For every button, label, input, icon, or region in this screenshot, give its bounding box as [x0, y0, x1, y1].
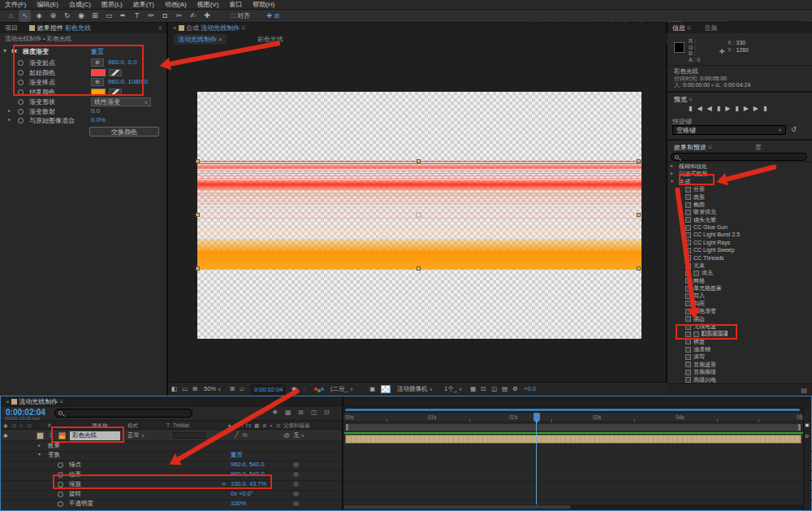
fx-item[interactable]: CC Light Burst 2.5	[667, 231, 812, 238]
selection-handle[interactable]	[417, 266, 421, 271]
menu-edit[interactable]: 编辑(E)	[37, 1, 58, 8]
menu-help[interactable]: 帮助(H)	[253, 1, 274, 8]
fx-item[interactable]: 音频频谱	[667, 368, 812, 375]
draft-3d-icon[interactable]: ❖	[272, 409, 278, 416]
playhead-line[interactable]	[536, 420, 537, 509]
panel-menu-icon[interactable]: ≡	[241, 24, 245, 32]
comp-marker-icon[interactable]: ▣	[805, 422, 810, 427]
stopwatch-icon[interactable]	[58, 492, 63, 497]
anchor-point-indicator[interactable]	[416, 212, 421, 218]
transform-reset-button[interactable]: 重置	[231, 451, 243, 459]
last-frame-button[interactable]: ▶▮	[754, 105, 772, 112]
transparency-grid-toggle[interactable]	[381, 385, 391, 393]
timeline-hscrollbar[interactable]	[343, 505, 803, 509]
fx-item[interactable]: 圆形	[667, 193, 812, 201]
graph-editor-icon[interactable]: ⊡	[324, 409, 330, 416]
channel-blue-icon[interactable]	[321, 388, 324, 391]
layer-duration-bar[interactable]	[345, 435, 801, 444]
panel-menu-icon[interactable]: ≡	[59, 398, 63, 405]
audio-icon[interactable]: ◁	[11, 421, 15, 430]
property-pickwhip-icon[interactable]: ◎	[293, 480, 299, 487]
selection-handle[interactable]	[196, 213, 200, 217]
tab-effect-controls[interactable]: 效果控件	[37, 24, 63, 32]
camera-tool-icon[interactable]: ◉	[75, 10, 87, 22]
timeline-button-icon[interactable]: ◫	[491, 383, 497, 396]
workspace-extra-icons[interactable]: ✚ ⊞	[267, 12, 280, 19]
comp-current-time[interactable]: 0:00:02:04	[251, 384, 286, 395]
fx-item[interactable]: 镜头光晕	[667, 216, 812, 223]
close-icon[interactable]: ×	[218, 36, 222, 43]
fx-item[interactable]: 椭圆	[667, 201, 812, 208]
work-area-end-handle[interactable]	[798, 424, 801, 431]
pen-tool-icon[interactable]: ✒	[117, 10, 129, 22]
t-header[interactable]: T	[166, 421, 170, 430]
fx-item[interactable]: CC Light Rays	[667, 239, 812, 246]
next-frame-button[interactable]: ▮▶	[735, 105, 754, 112]
fx-item[interactable]: 涂写	[667, 353, 812, 360]
menu-layer[interactable]: 图层(L)	[102, 1, 123, 8]
work-area-bar[interactable]	[345, 423, 801, 431]
prev-frame-button[interactable]: ◀▮	[707, 105, 726, 112]
close-icon[interactable]: ×	[6, 398, 10, 405]
tab-effects-presets[interactable]: 效果和预设 ≡	[674, 143, 712, 152]
always-preview-icon[interactable]: ◧	[171, 383, 177, 396]
property-pickwhip-icon[interactable]: ◎	[293, 461, 299, 468]
magnification-dropdown[interactable]: 50% ∨	[204, 383, 222, 396]
property-pickwhip-icon[interactable]: ◎	[293, 470, 299, 478]
property-pickwhip-icon[interactable]: ◎	[293, 490, 299, 497]
reset-icon[interactable]: ↺	[791, 126, 797, 133]
channel-grid-icon[interactable]: ⊞	[192, 383, 197, 396]
shape-tool-icon[interactable]: ▭	[103, 10, 115, 22]
trkmat-header[interactable]: TrkMat	[173, 421, 189, 430]
rotate-tool-icon[interactable]: ↻	[61, 10, 73, 22]
tab-project[interactable]: 项目	[5, 24, 18, 32]
stopwatch-icon[interactable]	[18, 109, 24, 115]
rotation-value[interactable]: 0x +0.0°	[231, 490, 253, 497]
menu-file[interactable]: 文件(F)	[5, 1, 26, 8]
fx-item[interactable]: 勾画	[667, 300, 812, 307]
work-area-start-handle[interactable]	[346, 424, 348, 431]
fx-icon[interactable]: fx	[243, 430, 248, 440]
fx-item[interactable]: 油漆桶	[667, 345, 812, 353]
stopwatch-icon[interactable]	[18, 99, 24, 105]
timeline-navigator[interactable]	[343, 407, 803, 413]
type-tool-icon[interactable]: T	[131, 10, 143, 22]
tab-audio[interactable]: 音频	[704, 24, 717, 32]
swap-colors-button[interactable]: 交换颜色	[89, 127, 159, 136]
panel-overflow-icon[interactable]: »	[173, 24, 176, 32]
layer-color-label[interactable]	[37, 432, 44, 440]
parent-pickwhip-icon[interactable]: @	[283, 430, 290, 440]
tab-library[interactable]: 库	[755, 143, 762, 152]
menu-effect[interactable]: 效果(T)	[133, 1, 154, 8]
reset-exposure-icon[interactable]: ⚙	[512, 383, 518, 396]
eye-icon[interactable]: ◉	[3, 430, 8, 440]
menu-animation[interactable]: 动画(A)	[165, 1, 187, 8]
fx-item[interactable]: CC Glue Gun	[667, 223, 812, 231]
anchor-point-value[interactable]: 960.0, 540.0	[231, 461, 265, 468]
selection-handle[interactable]	[637, 213, 641, 217]
viewer-tab-active[interactable]: 流动光线制作 ×	[174, 34, 227, 45]
effects-search-input[interactable]	[671, 153, 807, 161]
shortcut-dropdown[interactable]: 空格键 ∨	[672, 125, 786, 135]
parent-dropdown[interactable]: 无 ∨	[293, 430, 304, 441]
quality-icon[interactable]: ╱	[235, 430, 239, 440]
fx-item[interactable]: 音频波形	[667, 361, 812, 368]
comp-flowchart-icon[interactable]: ▤	[502, 383, 508, 396]
twirl-icon[interactable]: ▸	[8, 116, 11, 122]
layer-mode-dropdown[interactable]: 正常 ∨	[127, 430, 145, 441]
roto-brush-tool-icon[interactable]: ✍	[187, 10, 199, 22]
parent-link-header[interactable]: 父级和链接	[283, 421, 310, 430]
exposure-value[interactable]: +0.0	[524, 383, 536, 396]
play-button[interactable]: ▶	[725, 105, 735, 112]
selection-handle[interactable]	[417, 159, 421, 163]
panel-menu-icon[interactable]: ≡	[687, 24, 691, 32]
tab-info[interactable]: 信息	[672, 24, 685, 32]
ramp-scatter-value[interactable]: 0.0	[91, 107, 100, 115]
brush-tool-icon[interactable]: ✏	[145, 10, 158, 22]
hscrollbar-thumb[interactable]	[343, 505, 571, 509]
timeline-search-input[interactable]	[54, 409, 192, 418]
primary-viewer-icon[interactable]: ▭	[182, 383, 188, 396]
view-layout-dropdown[interactable]: 1个_ ∨	[444, 383, 462, 396]
stopwatch-icon[interactable]	[58, 462, 63, 468]
navigator-bar[interactable]	[345, 409, 800, 411]
